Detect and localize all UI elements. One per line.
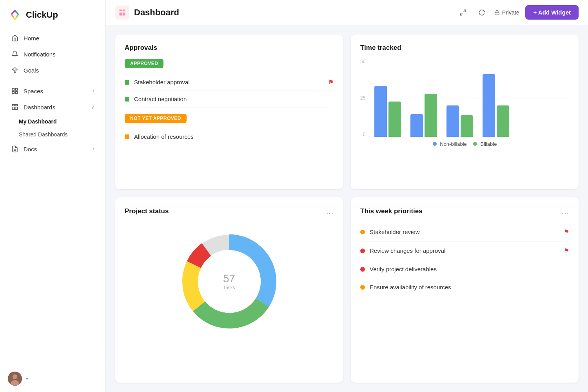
svg-line-20 [463, 10, 465, 12]
dot-green-icon [125, 80, 129, 85]
bar-group-4 [483, 74, 509, 137]
priority-item-3-label: Verify project deliverables [370, 266, 437, 272]
bar-3-green [461, 115, 473, 137]
home-icon [11, 34, 19, 42]
sidebar-item-notifications[interactable]: Notifications [3, 46, 102, 62]
bar-4-blue [483, 74, 495, 137]
priorities-header: This week priorities … [360, 207, 569, 216]
donut-container: 57 Tasks [125, 223, 334, 340]
priority-dot-4 [360, 285, 365, 290]
y-label-50: 50 [360, 59, 365, 64]
sidebar-item-spaces-label: Spaces [24, 88, 43, 94]
priorities-menu[interactable]: … [561, 207, 569, 216]
priority-item-2[interactable]: Review changes for approval ⚑ [360, 241, 569, 260]
legend-dot-green [473, 142, 477, 146]
project-status-title: Project status [125, 207, 169, 215]
priority-item-3[interactable]: Verify project deliverables [360, 260, 569, 278]
svg-rect-18 [120, 13, 122, 16]
priorities-widget: This week priorities … Stakeholder revie… [351, 197, 579, 383]
spaces-icon [11, 87, 19, 95]
sidebar-item-goals[interactable]: Goals [3, 62, 102, 78]
svg-line-21 [460, 13, 462, 15]
approval-item-allocation[interactable]: Allocation of resources [125, 129, 334, 145]
legend-dot-blue [433, 142, 437, 146]
sidebar-item-my-dashboard[interactable]: My Dashboard [3, 115, 102, 128]
donut-label: Tasks [223, 285, 235, 290]
approval-item-contract[interactable]: Contract negotiation [125, 91, 334, 107]
main-content: Dashboard Private + Add Widget Approvals… [106, 0, 588, 392]
approval-item-contract-label: Contract negotiation [134, 96, 187, 102]
sidebar-item-spaces[interactable]: Spaces › [3, 83, 102, 99]
sidebar-nav: Home Notifications Goals Spaces › [0, 28, 105, 365]
priority-item-4-label: Ensure availability of resources [370, 284, 451, 290]
priority-item-1[interactable]: Stakeholder review ⚑ [360, 223, 569, 241]
svg-rect-17 [123, 9, 125, 11]
svg-point-14 [13, 374, 17, 379]
priority-flag-2: ⚑ [564, 247, 569, 254]
sidebar-item-dashboards[interactable]: Dashboards ∨ [3, 99, 102, 115]
chart-legend: Non-billable Billable [360, 141, 569, 147]
dot-green-icon-2 [125, 97, 129, 102]
svg-rect-16 [120, 9, 122, 11]
bar-2-green [425, 94, 437, 137]
priority-item-1-label: Stakeholder review [370, 229, 420, 235]
y-label-25: 25 [360, 95, 365, 101]
clickup-logo-icon [8, 8, 22, 22]
approved-badge: APPROVED [125, 59, 163, 68]
sidebar-item-goals-label: Goals [24, 67, 39, 74]
refresh-icon[interactable] [475, 6, 488, 19]
avatar[interactable] [8, 372, 22, 386]
private-badge[interactable]: Private [494, 9, 519, 16]
sidebar-item-docs-label: Docs [24, 146, 37, 152]
add-widget-button[interactable]: + Add Widget [525, 5, 579, 20]
svg-marker-0 [11, 10, 19, 15]
dashboards-icon [11, 103, 19, 111]
sidebar-item-notifications-label: Notifications [24, 51, 56, 58]
svg-rect-6 [16, 92, 18, 94]
bar-4-green [497, 105, 509, 137]
sidebar-item-home-label: Home [24, 35, 39, 42]
priority-dot-1 [360, 230, 365, 234]
svg-rect-10 [15, 107, 18, 110]
sidebar-item-shared-dashboards-label: Shared Dashboards [19, 131, 68, 138]
approval-item-stakeholder[interactable]: Stakeholder approval ⚑ [125, 74, 334, 91]
bar-group-1 [374, 86, 401, 137]
time-tracked-widget: Time tracked 50 25 0 [351, 34, 579, 189]
bar-1-blue [374, 86, 387, 137]
lock-icon [494, 10, 500, 15]
expand-icon[interactable] [457, 6, 469, 19]
dot-orange-icon [125, 134, 129, 139]
svg-rect-7 [12, 104, 15, 106]
donut-center-text: 57 Tasks [223, 272, 235, 290]
y-label-0: 0 [363, 132, 366, 137]
app-name: ClickUp [26, 10, 58, 20]
user-menu-chevron[interactable]: ▾ [26, 376, 28, 381]
sidebar-item-my-dashboard-label: My Dashboard [19, 118, 56, 125]
bar-2-blue [410, 114, 423, 137]
topbar: Dashboard Private + Add Widget [106, 0, 588, 25]
private-label: Private [502, 9, 519, 16]
sidebar-item-home[interactable]: Home [3, 30, 102, 46]
priority-flag-1: ⚑ [564, 228, 569, 236]
donut-wrapper: 57 Tasks [174, 227, 284, 336]
priority-item-4[interactable]: Ensure availability of resources [360, 278, 569, 296]
sidebar-item-shared-dashboards[interactable]: Shared Dashboards [3, 128, 102, 141]
bell-icon [11, 50, 19, 58]
approval-item-allocation-label: Allocation of resources [134, 133, 194, 140]
priority-item-2-label: Review changes for approval [370, 247, 445, 254]
priority-dot-2 [360, 249, 365, 253]
trophy-icon [11, 66, 19, 74]
sidebar-footer[interactable]: ▾ [0, 365, 105, 392]
docs-chevron: › [93, 146, 94, 152]
not-approved-badge: NOT YET APPROVED [125, 114, 187, 123]
logo[interactable]: ClickUp [0, 0, 105, 28]
bar-group-2 [410, 94, 437, 137]
svg-rect-19 [123, 13, 125, 16]
project-status-menu[interactable]: … [326, 207, 334, 216]
bar-1-green [388, 102, 401, 137]
svg-marker-1 [11, 14, 19, 20]
legend-non-billable: Non-billable [433, 141, 467, 147]
bar-3-blue [446, 105, 459, 137]
sidebar-item-docs[interactable]: Docs › [3, 141, 102, 157]
dashboard-grid: Approvals APPROVED Stakeholder approval … [106, 25, 588, 392]
